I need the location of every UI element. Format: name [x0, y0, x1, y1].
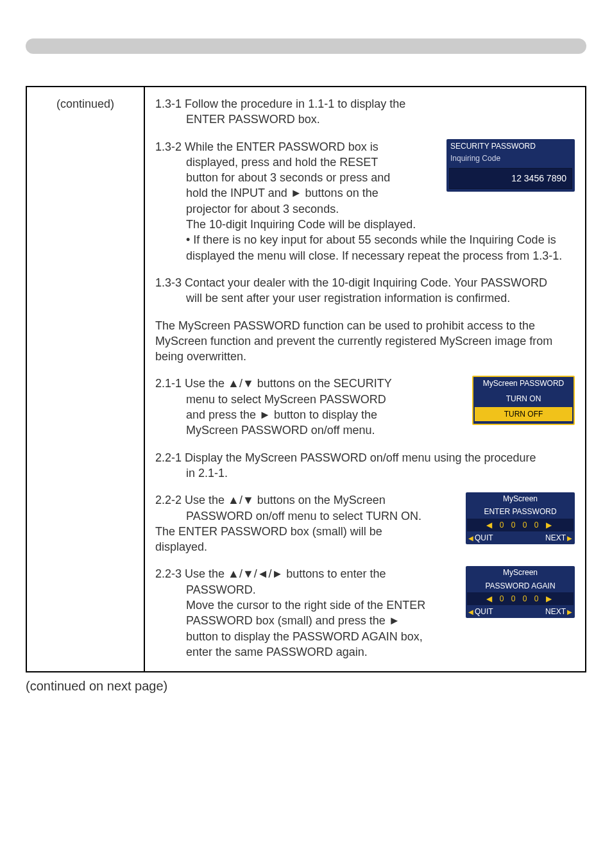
security-password-box: SECURITY PASSWORD Inquiring Code 12 3456…	[446, 139, 575, 192]
step-text: 2.2-3 Use the ▲/▼/◄/► buttons to enter t…	[155, 567, 386, 580]
box-line1: MyScreen	[466, 492, 575, 505]
step-2-2-1: 2.2-1 Display the MyScreen PASSWORD on/o…	[155, 450, 575, 481]
inquiring-code: 12 3456 7890	[449, 168, 572, 189]
step-2-2-3: MyScreen PASSWORD AGAIN ◀ 0 0 0 0 ▶ QUIT…	[155, 566, 575, 660]
box-title: MyScreen PASSWORD	[473, 377, 574, 390]
step-text: 2.1-1 Use the ▲/▼ buttons on the SECURIT…	[155, 377, 392, 390]
step-text: will be sent after your user registratio…	[155, 290, 575, 306]
enter-password-box: MyScreen ENTER PASSWORD ◀ 0 0 0 0 ▶ QUIT…	[466, 492, 575, 544]
password-digits[interactable]: ◀ 0 0 0 0 ▶	[467, 592, 574, 605]
box-line2: ENTER PASSWORD	[466, 505, 575, 518]
box-line1: MyScreen	[466, 566, 575, 579]
step-text: 1.3-3 Contact your dealer with the 10-di…	[155, 276, 547, 289]
step-text: ENTER PASSWORD box.	[155, 112, 575, 127]
step-text: enter the same PASSWORD again.	[155, 644, 575, 660]
box-line2: PASSWORD AGAIN	[466, 580, 575, 592]
password-digits[interactable]: ◀ 0 0 0 0 ▶	[467, 519, 574, 531]
box-subtitle: Inquiring Code	[446, 153, 575, 165]
step-1-3-2: SECURITY PASSWORD Inquiring Code 12 3456…	[155, 139, 575, 263]
next-button[interactable]: NEXT	[545, 606, 572, 617]
password-again-box: MyScreen PASSWORD AGAIN ◀ 0 0 0 0 ▶ QUIT…	[466, 566, 575, 618]
option-turn-on[interactable]: TURN ON	[475, 392, 572, 406]
step-text: The ENTER PASSWORD box (small) will be	[155, 525, 382, 538]
step-1-3-1: 1.3-1 Follow the procedure in 1.1-1 to d…	[155, 96, 575, 128]
step-bullet: • If there is no key input for about 55 …	[155, 232, 575, 263]
quit-button[interactable]: QUIT	[468, 533, 493, 543]
step-text: 1.3-2 While the ENTER PASSWORD box is	[155, 140, 378, 153]
step-text: 2.2-1 Display the MyScreen PASSWORD on/o…	[155, 451, 536, 464]
left-column-text: (continued)	[56, 97, 114, 110]
content-table: (continued) 1.3-1 Follow the procedure i…	[26, 86, 586, 672]
header-bar	[26, 38, 586, 54]
myscreen-password-onoff-box: MyScreen PASSWORD TURN ON TURN OFF	[472, 376, 575, 425]
step-text: The 10-digit Inquiring Code will be disp…	[155, 217, 575, 232]
myscreen-intro: The MyScreen PASSWORD function can be us…	[155, 318, 575, 365]
step-text: in 2.1-1.	[155, 465, 575, 481]
step-1-3-3: 1.3-3 Contact your dealer with the 10-di…	[155, 275, 575, 306]
left-column: (continued)	[26, 87, 144, 672]
step-text: button to display the PASSWORD AGAIN box…	[155, 629, 575, 644]
continued-note: (continued on next page)	[26, 679, 586, 694]
step-text: projector for about 3 seconds.	[155, 201, 575, 217]
quit-button[interactable]: QUIT	[468, 606, 493, 617]
step-text: 1.3-1 Follow the procedure in 1.1-1 to d…	[155, 97, 405, 110]
option-turn-off[interactable]: TURN OFF	[475, 407, 572, 421]
right-column: 1.3-1 Follow the procedure in 1.1-1 to d…	[144, 87, 586, 672]
box-title: SECURITY PASSWORD	[446, 139, 575, 153]
step-text: 2.2-2 Use the ▲/▼ buttons on the MyScree…	[155, 494, 386, 506]
step-2-2-2: MyScreen ENTER PASSWORD ◀ 0 0 0 0 ▶ QUIT…	[155, 492, 575, 555]
next-button[interactable]: NEXT	[545, 533, 572, 543]
step-2-1-1: MyScreen PASSWORD TURN ON TURN OFF 2.1-1…	[155, 376, 575, 438]
step-text: displayed.	[155, 540, 207, 553]
